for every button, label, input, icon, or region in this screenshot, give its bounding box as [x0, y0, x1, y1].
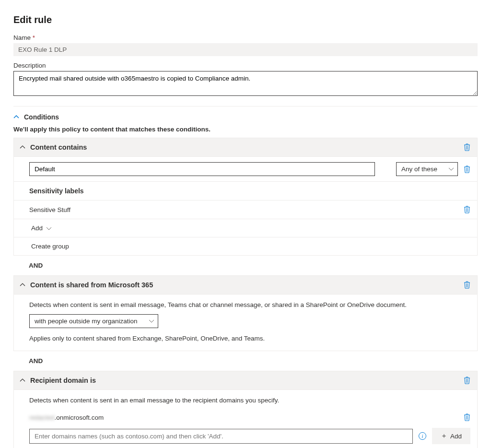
conditions-heading: Conditions [24, 113, 59, 121]
and-operator: AND [13, 256, 478, 275]
condition-recipient-domain: Recipient domain is Detects when content… [13, 371, 478, 448]
chevron-up-icon [20, 144, 25, 150]
trash-icon[interactable] [464, 206, 470, 213]
condition-header[interactable]: Recipient domain is [14, 371, 477, 390]
condition-title: Recipient domain is [30, 377, 459, 384]
create-group-link[interactable]: Create group [31, 243, 69, 250]
condition-header[interactable]: Content is shared from Microsoft 365 [14, 276, 477, 295]
trash-icon[interactable] [464, 143, 470, 151]
name-label: Name * [13, 34, 478, 41]
match-mode-dropdown[interactable]: Any of these [396, 162, 458, 176]
condition-content-contains: Content contains Any of these Sensitivit… [13, 138, 478, 256]
plus-icon: ＋ [441, 432, 447, 440]
group-name-input[interactable] [29, 162, 375, 176]
domain-item: redacted.onmicrosoft.com [29, 414, 458, 421]
name-input[interactable] [13, 43, 478, 56]
chevron-up-icon [13, 114, 19, 120]
condition-header[interactable]: Content contains [14, 138, 477, 157]
chevron-up-icon [20, 377, 25, 383]
share-scope-dropdown[interactable]: with people outside my organization [29, 314, 158, 328]
domain-input[interactable] [29, 429, 413, 444]
chevron-down-icon [449, 166, 454, 172]
condition-description: Detects when content is sent in an email… [21, 397, 470, 404]
description-input[interactable]: Encrypted mail shared outside with o365m… [13, 71, 478, 96]
page-title: Edit rule [13, 14, 478, 25]
and-operator: AND [13, 351, 478, 371]
description-label: Description [13, 62, 478, 69]
condition-title: Content contains [30, 143, 459, 151]
trash-icon[interactable] [464, 413, 470, 421]
info-icon[interactable]: i [419, 432, 426, 440]
conditions-note: We'll apply this policy to content that … [13, 126, 478, 133]
trash-icon[interactable] [464, 377, 470, 384]
trash-icon[interactable] [464, 165, 470, 173]
add-domain-button[interactable]: ＋ Add [432, 428, 470, 444]
sensitivity-labels-heading: Sensitivity labels [29, 187, 84, 195]
condition-content-shared: Content is shared from Microsoft 365 Det… [13, 275, 478, 351]
conditions-toggle[interactable]: Conditions [13, 113, 478, 121]
add-sensitivity-label[interactable]: Add [31, 224, 51, 232]
condition-description: Detects when content is sent in email me… [21, 301, 470, 308]
chevron-down-icon [149, 318, 154, 324]
trash-icon[interactable] [464, 281, 470, 289]
sensitivity-label-item: Sensitive Stuff [29, 206, 70, 213]
divider [13, 106, 478, 106]
condition-title: Content is shared from Microsoft 365 [30, 281, 459, 289]
chevron-down-icon [47, 226, 51, 231]
chevron-up-icon [20, 282, 25, 288]
condition-note: Applies only to content shared from Exch… [21, 335, 470, 342]
